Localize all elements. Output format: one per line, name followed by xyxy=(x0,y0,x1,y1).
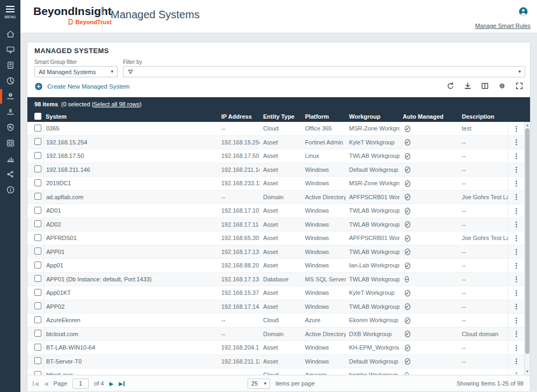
row-checkbox[interactable] xyxy=(34,357,41,364)
row-actions-kebab-icon[interactable]: ⋮ xyxy=(508,163,524,177)
table-row[interactable]: btcloud.com -- Domain Active Directory D… xyxy=(27,328,524,342)
sidebar-item-analytics[interactable] xyxy=(0,73,20,89)
table-scrollbar[interactable]: ▴ ▾ xyxy=(524,122,530,375)
create-new-managed-system-button[interactable]: Create New Managed System xyxy=(34,82,129,91)
page-number-input[interactable] xyxy=(72,379,89,389)
table-row[interactable]: bttest-aws -- Cloud Amazon bombo Workgro… xyxy=(27,368,524,375)
table-row[interactable]: BT-Server-T0 192.168.211.139 Asset Windo… xyxy=(27,355,524,369)
filter-by-input[interactable] xyxy=(137,68,518,76)
column-workgroup[interactable]: Workgroup xyxy=(346,113,400,120)
row-checkbox[interactable] xyxy=(34,289,41,296)
sidebar-item-managed-systems[interactable] xyxy=(0,89,20,104)
previous-page-button[interactable]: ◀ xyxy=(44,381,48,387)
row-checkbox[interactable] xyxy=(34,316,41,323)
table-row[interactable]: AD02 192.168.17.11 Asset Windows TWLAB W… xyxy=(27,218,524,232)
table-row[interactable]: App01 192.168.88.20 Asset Windows Ian-La… xyxy=(27,259,524,273)
table-row[interactable]: App01KT 192.168.15.37 Asset Windows Kyle… xyxy=(27,286,524,300)
row-actions-kebab-icon[interactable]: ⋮ xyxy=(508,341,524,354)
row-actions-kebab-icon[interactable]: ⋮ xyxy=(508,136,524,149)
user-menu-button[interactable] xyxy=(518,6,528,19)
row-actions-kebab-icon[interactable]: ⋮ xyxy=(508,259,524,272)
table-row[interactable]: 192.168.211.146 192.168.211.146 Asset Wi… xyxy=(27,163,524,177)
next-page-button[interactable]: ▶ xyxy=(109,381,113,387)
filter-by-input-wrap[interactable]: ▾ xyxy=(123,66,525,77)
refresh-icon[interactable] xyxy=(446,82,455,90)
gear-icon[interactable] xyxy=(498,82,506,90)
sidebar-item-home[interactable] xyxy=(0,26,20,42)
row-checkbox[interactable] xyxy=(34,220,41,227)
column-entity-type[interactable]: Entity Type xyxy=(260,113,302,120)
row-actions-kebab-icon[interactable]: ⋮ xyxy=(508,122,524,135)
sidebar-item-about[interactable] xyxy=(0,182,20,198)
first-page-button[interactable]: ◀ xyxy=(33,381,39,387)
sidebar-item-reports[interactable] xyxy=(0,151,20,166)
row-checkbox[interactable] xyxy=(34,234,41,241)
select-all-link[interactable]: Select all 98 rows xyxy=(93,101,140,107)
row-actions-kebab-icon[interactable]: ⋮ xyxy=(508,245,524,259)
sidebar-item-password-safe[interactable] xyxy=(0,120,20,135)
fullscreen-icon[interactable] xyxy=(515,82,524,90)
select-all-checkbox[interactable] xyxy=(34,113,41,120)
sidebar-item-secrets-safe[interactable] xyxy=(0,135,20,151)
column-chooser-icon[interactable] xyxy=(481,82,489,90)
sidebar-item-smart-rules[interactable] xyxy=(0,57,20,73)
row-checkbox[interactable] xyxy=(34,165,41,172)
row-checkbox[interactable] xyxy=(34,371,41,375)
table-row[interactable]: AD01 192.168.17.10 Asset Windows TWLAB W… xyxy=(27,204,524,218)
row-checkbox[interactable] xyxy=(34,302,41,309)
column-ip-address[interactable]: IP Address xyxy=(218,113,260,120)
row-actions-kebab-icon[interactable]: ⋮ xyxy=(508,314,524,327)
table-row[interactable]: ad.apflab.com -- Domain Active Directory… xyxy=(27,191,524,205)
row-checkbox[interactable] xyxy=(34,330,41,337)
table-row[interactable]: 2019DC1 192.168.233.139 Asset Windows MS… xyxy=(27,177,524,191)
scroll-up-arrow-icon[interactable]: ▴ xyxy=(525,122,530,128)
row-checkbox[interactable] xyxy=(34,275,41,282)
smart-group-filter-select[interactable]: All Managed Systems ▾ xyxy=(34,66,118,77)
row-checkbox[interactable] xyxy=(34,344,41,351)
manage-smart-rules-link[interactable]: Manage Smart Rules xyxy=(475,23,531,29)
row-checkbox[interactable] xyxy=(34,193,41,200)
table-row[interactable]: APP01 (Db Instance: default, Port:1433) … xyxy=(27,273,524,287)
row-actions-kebab-icon[interactable]: ⋮ xyxy=(508,300,524,314)
row-actions-kebab-icon[interactable]: ⋮ xyxy=(508,204,524,217)
table-row[interactable]: AzureEkoren -- Cloud Azure Ekoren Workgr… xyxy=(27,314,524,328)
row-actions-kebab-icon[interactable]: ⋮ xyxy=(508,368,524,375)
scroll-down-arrow-icon[interactable]: ▾ xyxy=(525,369,530,374)
column-description[interactable]: Description xyxy=(459,113,508,120)
table-row[interactable]: APP02 192.168.17.14 Asset Windows TWLAB … xyxy=(27,300,524,314)
sidebar-item-assets[interactable] xyxy=(0,42,20,57)
row-actions-kebab-icon[interactable]: ⋮ xyxy=(508,191,524,204)
row-actions-kebab-icon[interactable]: ⋮ xyxy=(508,286,524,300)
row-actions-kebab-icon[interactable]: ⋮ xyxy=(508,355,524,368)
table-row[interactable]: APP01 192.168.17.13 Asset Windows TWLAB … xyxy=(27,245,524,259)
table-row[interactable]: APFRDS01 192.168.65.30 Asset Windows APF… xyxy=(27,231,524,245)
row-checkbox[interactable] xyxy=(34,179,41,186)
scrollbar-thumb[interactable] xyxy=(525,128,529,354)
table-row[interactable]: 192.168.15.254 192.168.15.254 Asset Fort… xyxy=(27,136,524,150)
last-page-button[interactable]: ▶ xyxy=(119,381,125,387)
row-checkbox[interactable] xyxy=(34,207,41,214)
row-actions-kebab-icon[interactable]: ⋮ xyxy=(508,149,524,163)
row-checkbox[interactable] xyxy=(34,262,41,268)
row-checkbox[interactable] xyxy=(34,152,41,159)
check-circle-icon: ✓ xyxy=(405,194,410,200)
column-platform[interactable]: Platform xyxy=(302,113,346,120)
row-checkbox[interactable] xyxy=(34,138,41,145)
sidebar-item-managed-accounts[interactable] xyxy=(0,104,20,120)
items-per-page-select[interactable]: 25 ▾ xyxy=(248,379,270,389)
row-checkbox[interactable] xyxy=(34,248,41,255)
row-actions-kebab-icon[interactable]: ⋮ xyxy=(508,231,524,245)
table-row[interactable]: 192.168.17.50 192.168.17.50 Asset Linux … xyxy=(27,149,524,163)
column-auto-managed[interactable]: Auto Managed xyxy=(400,113,459,120)
column-system[interactable]: System xyxy=(43,113,218,120)
row-actions-kebab-icon[interactable]: ⋮ xyxy=(508,273,524,286)
download-icon[interactable] xyxy=(463,82,472,90)
table-row[interactable]: BT-LAB-WIN10-64 192.168.204.1 Asset Wind… xyxy=(27,341,524,355)
row-checkbox[interactable] xyxy=(34,125,41,132)
sidebar-item-integrations[interactable] xyxy=(0,166,20,182)
row-actions-kebab-icon[interactable]: ⋮ xyxy=(508,177,524,190)
menu-button[interactable]: MENU xyxy=(0,0,20,19)
table-row[interactable]: 0365 -- Cloud Office 365 MSR-Zone Workgr… xyxy=(27,122,524,136)
row-actions-kebab-icon[interactable]: ⋮ xyxy=(508,328,524,341)
row-actions-kebab-icon[interactable]: ⋮ xyxy=(508,218,524,231)
